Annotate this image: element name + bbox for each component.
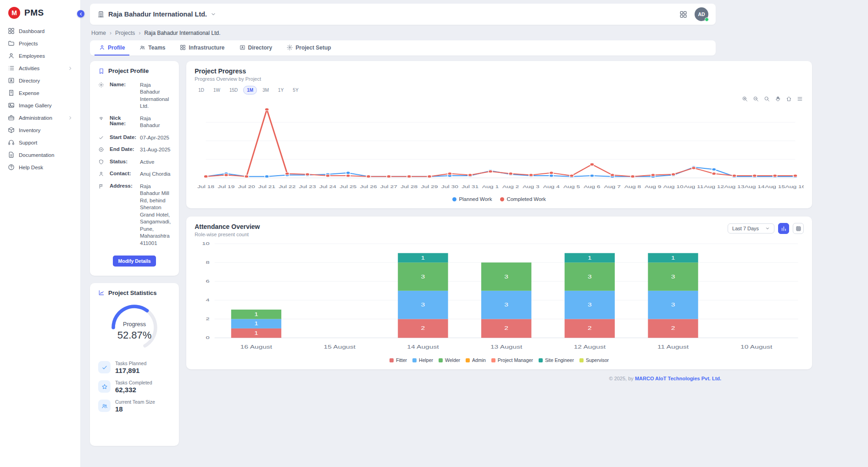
range-1d-button[interactable]: 1D: [195, 86, 208, 95]
sidebar-item-documentation[interactable]: Documentation: [4, 149, 77, 161]
sidebar-item-dashboard[interactable]: Dashboard: [4, 25, 77, 37]
breadcrumb-home[interactable]: Home: [91, 30, 106, 36]
svg-text:3: 3: [421, 274, 425, 279]
breadcrumb: Home › Projects › Raja Bahadur Internati…: [91, 30, 716, 36]
apps-grid-button[interactable]: [679, 11, 687, 18]
chart-subtitle: Progress Overview by Project: [195, 76, 804, 82]
tab-directory[interactable]: Directory: [235, 40, 277, 56]
field-label: Status:: [110, 159, 137, 164]
sidebar-item-administration[interactable]: Administration: [4, 112, 77, 123]
svg-text:1: 1: [254, 321, 258, 327]
legend-item[interactable]: Supervisor: [579, 357, 609, 363]
range-5y-button[interactable]: 5Y: [289, 86, 302, 95]
project-progress-chart[interactable]: Jul 18Jul 19Jul 20Jul 21Jul 22Jul 23Jul …: [195, 98, 804, 194]
legend-item[interactable]: Fitter: [389, 357, 407, 363]
home-icon[interactable]: [786, 96, 792, 102]
svg-text:3: 3: [588, 302, 592, 308]
svg-text:3: 3: [421, 302, 425, 308]
modify-details-button[interactable]: Modify Details: [113, 256, 156, 267]
check-icon: [98, 134, 104, 140]
table-view-button[interactable]: [793, 223, 804, 234]
table-icon: [796, 226, 801, 232]
zoom-select-icon[interactable]: [764, 96, 770, 102]
stat-current-team-size: Current Team Size 18: [98, 399, 171, 413]
help-circle-icon: [8, 164, 15, 171]
company-selector[interactable]: Raja Bahadur International Ltd.: [97, 11, 216, 18]
tab-label: Teams: [148, 44, 165, 51]
range-1m-button[interactable]: 1M: [243, 86, 257, 95]
project-statistics-card: Project Statistics Progress 52.87% Tasks…: [90, 283, 179, 446]
line-chart-icon: [98, 289, 105, 296]
field-value: 31-Aug-2025: [140, 146, 171, 154]
attendance-chart: 024681011116 August15 August233114 Augus…: [195, 239, 804, 355]
svg-text:2: 2: [588, 326, 592, 331]
sidebar-item-help-desk[interactable]: Help Desk: [4, 161, 77, 173]
svg-text:2: 2: [671, 326, 675, 331]
field-label: Nick Name:: [110, 115, 137, 126]
box-icon: [8, 127, 15, 133]
breadcrumb-projects[interactable]: Projects: [115, 30, 135, 36]
svg-text:3: 3: [504, 274, 508, 279]
svg-text:10 August: 10 August: [740, 345, 773, 350]
legend-item[interactable]: Project Manager: [491, 357, 533, 363]
zoom-out-icon[interactable]: [753, 96, 759, 102]
sidebar-menu: Dashboard Projects Employees Activities …: [0, 24, 80, 175]
online-status-dot: [705, 17, 709, 22]
chart-view-button[interactable]: [778, 223, 789, 234]
svg-text:1: 1: [588, 255, 592, 261]
svg-text:Jul 29: Jul 29: [421, 184, 438, 189]
stat-label: Tasks Completed: [115, 380, 152, 385]
bar-chart-icon: [781, 226, 787, 232]
legend-item[interactable]: Planned Work: [452, 196, 492, 202]
footer-company-link[interactable]: MARCO AIoT Technologies Pvt. Ltd.: [635, 376, 721, 381]
range-3m-button[interactable]: 3M: [259, 86, 273, 95]
tab-label: Profile: [108, 44, 125, 51]
user-avatar[interactable]: AD: [695, 7, 708, 21]
menu-icon[interactable]: [797, 96, 803, 102]
field-status: Status: Active: [98, 156, 171, 168]
sidebar-item-employees[interactable]: Employees: [4, 50, 77, 61]
sidebar-item-expense[interactable]: Expense: [4, 87, 77, 99]
sidebar-item-label: Inventory: [19, 128, 40, 133]
project-tabs: Profile Teams Infrastructure Directory P…: [90, 40, 716, 56]
stat-label: Current Team Size: [115, 399, 155, 405]
range-15d-button[interactable]: 15D: [226, 86, 241, 95]
stat-label: Tasks Planned: [115, 361, 146, 366]
svg-text:Aug 15: Aug 15: [765, 184, 785, 189]
team-icon: [139, 44, 145, 50]
tab-infrastructure[interactable]: Infrastructure: [175, 40, 229, 56]
stat-tasks-completed: Tasks Completed 62,332: [98, 380, 171, 394]
app-logo[interactable]: M PMS: [0, 0, 80, 24]
sidebar-item-inventory[interactable]: Inventory: [4, 124, 77, 136]
shield-icon: [98, 159, 104, 165]
svg-text:Jul 26: Jul 26: [360, 184, 378, 189]
tab-project-setup[interactable]: Project Setup: [282, 40, 335, 56]
sidebar-item-projects[interactable]: Projects: [4, 38, 77, 49]
page-footer: © 2025, by MARCO AIoT Technologies Pvt. …: [186, 376, 812, 381]
svg-text:Jul 27: Jul 27: [380, 184, 397, 189]
sidebar-item-activities[interactable]: Activities: [4, 62, 77, 74]
legend-item[interactable]: Admin: [466, 357, 486, 363]
legend-item[interactable]: Site Engineer: [539, 357, 574, 363]
tab-teams[interactable]: Teams: [135, 40, 170, 56]
pan-icon[interactable]: [775, 96, 781, 102]
tab-profile[interactable]: Profile: [95, 40, 129, 56]
sidebar-item-support[interactable]: Support: [4, 137, 77, 148]
zoom-in-icon[interactable]: [742, 96, 748, 102]
svg-text:Jul 19: Jul 19: [218, 184, 235, 189]
range-1y-button[interactable]: 1Y: [274, 86, 287, 95]
sidebar-item-image-gallery[interactable]: Image Gallery: [4, 100, 77, 111]
range-1w-button[interactable]: 1W: [210, 86, 224, 95]
legend-item[interactable]: Helper: [412, 357, 433, 363]
svg-text:Aug 10: Aug 10: [663, 184, 684, 189]
legend-item[interactable]: Completed Work: [500, 196, 545, 202]
sidebar-item-directory[interactable]: Directory: [4, 75, 77, 86]
sidebar-item-label: Employees: [19, 53, 45, 59]
svg-text:12 August: 12 August: [574, 345, 606, 350]
timerange-select[interactable]: Last 7 Days: [728, 223, 774, 234]
svg-text:15 August: 15 August: [324, 345, 356, 350]
sidebar-item-label: Projects: [19, 41, 38, 46]
chevron-left-icon: [79, 12, 83, 16]
sidebar-collapse-button[interactable]: [77, 10, 84, 17]
legend-item[interactable]: Welder: [439, 357, 460, 363]
